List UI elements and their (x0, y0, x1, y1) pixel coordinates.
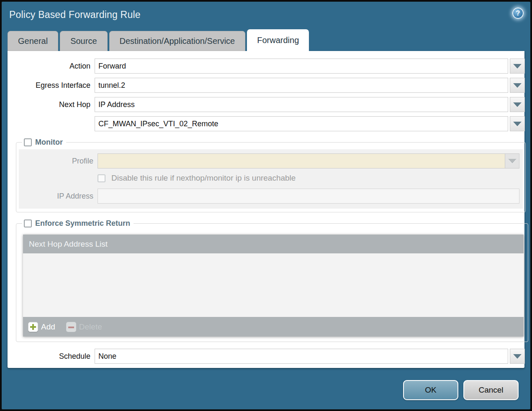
profile-row: Profile (19, 153, 519, 168)
symmetric-return-checkbox[interactable] (24, 220, 32, 227)
profile-combo (98, 153, 519, 168)
delete-button-label: Delete (79, 322, 102, 332)
egress-interface-dropdown-button[interactable] (510, 78, 525, 93)
dialog-background: Policy Based Forwarding Rule ? General S… (2, 2, 530, 409)
symmetric-return-legend: Enforce Symmetric Return (22, 219, 134, 228)
monitor-section-label: Monitor (35, 138, 63, 147)
action-label: Action (8, 62, 95, 71)
title-bar: Policy Based Forwarding Rule ? (2, 2, 530, 28)
schedule-row: Schedule (8, 349, 524, 364)
action-combo (95, 59, 525, 74)
egress-interface-row: Egress Interface (8, 78, 524, 93)
monitor-ip-address-row: IP Address (19, 189, 519, 204)
action-dropdown-button[interactable] (510, 59, 525, 74)
chevron-down-icon (513, 354, 522, 359)
tab-bar: General Source Destination/Application/S… (8, 29, 311, 51)
action-row: Action (8, 59, 524, 74)
ok-button[interactable]: OK (403, 380, 458, 400)
next-hop-address-list-table: Next Hop Address List Add Delete (23, 235, 524, 337)
monitor-legend: Monitor (22, 138, 66, 147)
tab-source[interactable]: Source (60, 31, 107, 51)
minus-icon (66, 322, 76, 332)
monitor-section: Monitor Profile Disable (16, 138, 526, 212)
cancel-button[interactable]: Cancel (463, 380, 519, 400)
next-hop-address-row (8, 116, 524, 131)
chevron-down-icon (513, 102, 522, 107)
egress-interface-label: Egress Interface (8, 81, 95, 90)
add-button-label: Add (41, 322, 55, 332)
monitor-ip-address-label: IP Address (19, 192, 98, 201)
plus-icon (28, 322, 38, 332)
action-input[interactable] (95, 59, 508, 74)
dialog-title: Policy Based Forwarding Rule (9, 9, 141, 20)
chevron-down-icon (513, 83, 522, 88)
help-icon[interactable]: ? (512, 8, 524, 19)
tab-general[interactable]: General (8, 31, 58, 51)
next-hop-dropdown-button[interactable] (510, 97, 525, 112)
next-hop-address-dropdown-button[interactable] (510, 116, 525, 131)
schedule-input[interactable] (95, 349, 508, 364)
egress-interface-input[interactable] (95, 78, 508, 93)
next-hop-address-list-body[interactable] (23, 253, 524, 317)
next-hop-address-combo (95, 116, 525, 131)
profile-label: Profile (19, 157, 98, 166)
chevron-down-icon (513, 122, 522, 126)
schedule-label: Schedule (8, 352, 95, 361)
schedule-dropdown-button[interactable] (510, 349, 525, 364)
monitor-ip-address-input (98, 189, 519, 204)
next-hop-type-input[interactable] (95, 97, 508, 112)
chevron-down-icon (508, 159, 517, 163)
disable-rule-label: Disable this rule if nexthop/monitor ip … (111, 174, 296, 183)
disable-rule-checkbox (98, 174, 105, 182)
next-hop-address-input[interactable] (95, 116, 508, 131)
symmetric-return-section: Enforce Symmetric Return Next Hop Addres… (16, 219, 528, 342)
tab-destination-application-service[interactable]: Destination/Application/Service (109, 31, 246, 51)
monitor-checkbox[interactable] (24, 138, 32, 146)
policy-forwarding-dialog: Policy Based Forwarding Rule ? General S… (0, 0, 532, 411)
disable-rule-row: Disable this rule if nexthop/monitor ip … (98, 174, 519, 183)
profile-input (98, 153, 505, 168)
forwarding-tab-panel: Action Egress Interface Ne (8, 51, 524, 368)
monitor-panel: Profile Disable this rule if nexthop/mon… (19, 149, 523, 209)
next-hop-address-list-toolbar: Add Delete (23, 317, 524, 337)
symmetric-return-section-label: Enforce Symmetric Return (35, 219, 130, 228)
delete-button: Delete (66, 322, 102, 332)
next-hop-combo (95, 97, 525, 112)
add-button[interactable]: Add (28, 322, 55, 332)
next-hop-label: Next Hop (8, 100, 95, 109)
egress-interface-combo (95, 78, 525, 93)
profile-dropdown-button (505, 153, 519, 168)
tab-forwarding[interactable]: Forwarding (247, 29, 309, 51)
dialog-footer: OK Cancel (403, 380, 519, 400)
next-hop-address-list-header: Next Hop Address List (23, 235, 524, 253)
next-hop-row: Next Hop (8, 97, 524, 112)
schedule-combo (95, 349, 525, 364)
chevron-down-icon (513, 64, 522, 69)
